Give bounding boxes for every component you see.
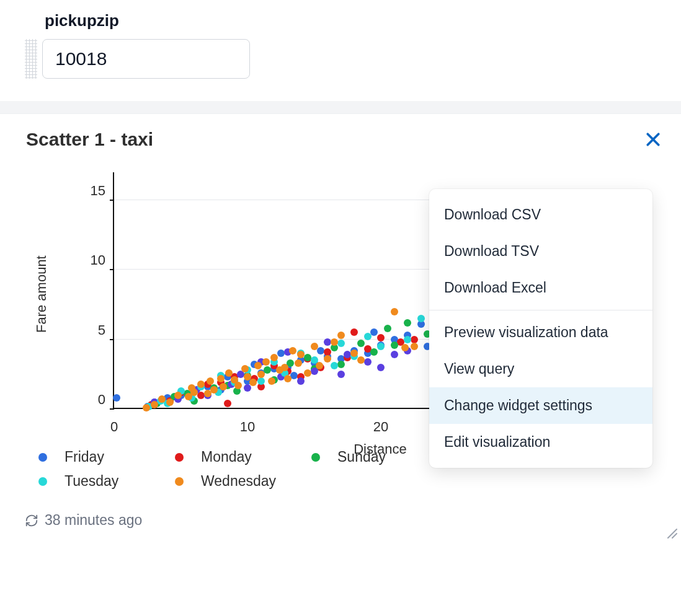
y-tick-mark	[110, 200, 114, 201]
data-point	[370, 328, 378, 336]
data-point	[350, 350, 358, 357]
data-point	[166, 398, 174, 406]
data-point	[204, 390, 211, 397]
legend-label: Wednesday	[201, 473, 276, 490]
data-point	[143, 404, 150, 411]
data-point	[401, 344, 409, 351]
data-point	[337, 361, 345, 368]
legend-label: Monday	[201, 449, 252, 465]
data-point	[377, 343, 385, 350]
separator	[0, 101, 681, 113]
menu-item[interactable]: Preview visualization data	[429, 314, 652, 351]
y-tick-label: 15	[91, 183, 105, 199]
legend-dot-icon	[175, 453, 184, 462]
data-point	[411, 343, 418, 350]
data-point	[391, 308, 398, 315]
data-point	[337, 332, 345, 339]
filter-section: pickupzip	[0, 0, 681, 101]
x-tick-label: 20	[373, 419, 388, 435]
legend-dot-icon	[311, 453, 320, 462]
data-point	[377, 364, 385, 371]
legend-item[interactable]: Monday	[175, 449, 311, 465]
data-point	[331, 362, 338, 369]
menu-item[interactable]: Download TSV	[429, 233, 652, 270]
legend-label: Friday	[65, 449, 104, 465]
close-icon[interactable]	[644, 130, 662, 149]
data-point	[324, 355, 331, 363]
data-point	[304, 369, 311, 377]
y-tick-mark	[110, 339, 114, 340]
data-point	[289, 347, 296, 354]
data-point	[281, 364, 288, 371]
data-point	[268, 377, 275, 385]
data-point	[364, 333, 372, 340]
legend-dot-icon	[38, 477, 47, 486]
data-point	[377, 334, 385, 341]
data-point	[234, 382, 242, 389]
chart-wrap: Fare amount Distance 0510150102030 Downl…	[0, 155, 681, 440]
data-point	[370, 348, 378, 356]
menu-item[interactable]: Download Excel	[429, 270, 652, 306]
x-axis-title: Distance	[354, 441, 407, 457]
menu-item[interactable]: Download CSV	[429, 196, 652, 233]
data-point	[174, 392, 182, 399]
legend-item[interactable]: Wednesday	[175, 473, 311, 490]
data-point	[241, 365, 249, 372]
menu-item[interactable]: View query	[429, 351, 652, 387]
y-tick-mark	[110, 269, 114, 270]
legend-label: Tuesday	[65, 473, 118, 490]
widget-title: Scatter 1 - taxi	[26, 129, 153, 150]
svg-line-3	[672, 534, 677, 538]
legend-item[interactable]: Tuesday	[38, 473, 175, 490]
x-tick-label: 10	[240, 419, 255, 435]
data-point	[249, 379, 257, 386]
y-tick-mark	[110, 408, 114, 410]
menu-item[interactable]: Change widget settings	[429, 387, 652, 424]
widget-header: Scatter 1 - taxi	[0, 129, 681, 155]
legend-dot-icon	[38, 453, 47, 462]
data-point	[158, 395, 166, 403]
data-point	[264, 366, 271, 374]
data-point	[197, 381, 205, 388]
data-point	[337, 340, 345, 347]
filter-row	[25, 39, 656, 79]
data-point	[190, 389, 198, 396]
refreshed-label: 38 minutes ago	[45, 512, 142, 529]
menu-item[interactable]: Edit visualization	[429, 424, 652, 460]
data-point	[391, 351, 398, 358]
data-point	[113, 394, 120, 402]
x-tick-label: 0	[110, 419, 118, 435]
data-point	[411, 336, 418, 343]
data-point	[297, 351, 305, 358]
legend-item[interactable]: Friday	[38, 449, 175, 465]
pickupzip-input[interactable]	[42, 39, 250, 79]
data-point	[417, 315, 425, 322]
data-point	[262, 358, 270, 366]
refresh-icon[interactable]	[25, 514, 38, 527]
data-point	[357, 340, 365, 347]
data-point	[270, 354, 278, 361]
data-point	[254, 362, 262, 369]
data-point	[297, 377, 305, 385]
data-point	[225, 369, 233, 377]
data-point	[337, 371, 345, 378]
data-point	[404, 319, 411, 327]
data-point	[257, 377, 265, 385]
data-point	[364, 358, 372, 366]
data-point	[311, 343, 318, 350]
drag-handle-icon[interactable]	[25, 39, 37, 79]
data-point	[217, 375, 225, 382]
filter-label: pickupzip	[45, 11, 656, 30]
resize-handle-icon[interactable]	[662, 524, 677, 539]
data-point	[210, 386, 218, 394]
widget-footer: 38 minutes ago	[0, 493, 681, 535]
data-point	[391, 341, 398, 349]
legend-dot-icon	[175, 477, 184, 486]
data-point	[284, 375, 292, 382]
data-point	[151, 401, 158, 408]
data-point	[384, 325, 391, 332]
y-axis-title: Fare amount	[33, 255, 50, 333]
data-point	[207, 377, 214, 385]
data-point	[357, 356, 365, 364]
y-tick-label: 0	[98, 392, 105, 408]
